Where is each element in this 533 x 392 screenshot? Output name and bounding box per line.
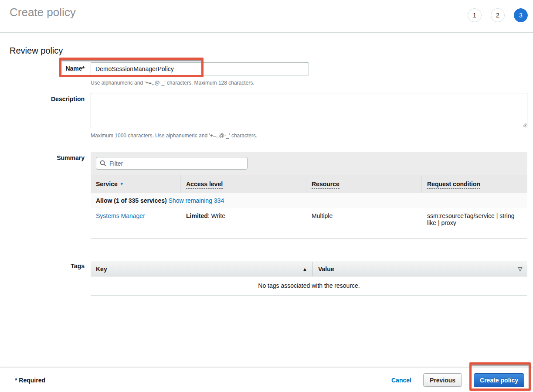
column-header-request-condition[interactable]: Request condition: [422, 175, 527, 193]
sort-descending-icon: ▽: [518, 266, 522, 272]
access-level-cell: Limited: Write: [181, 208, 306, 238]
service-column-label: Service: [96, 181, 118, 187]
tags-label: Tags: [0, 262, 91, 269]
request-condition-cell: ssm:resourceTag/service | string like | …: [422, 208, 527, 238]
resource-cell: Multiple: [306, 208, 422, 238]
service-link[interactable]: Systems Manager: [96, 212, 145, 219]
allow-group-label: Allow (1 of 335 services): [96, 197, 167, 204]
tags-table-header: Key ▲ Value ▽: [91, 262, 527, 276]
wizard-step-1[interactable]: 1: [468, 8, 482, 22]
wizard-step-3[interactable]: 3: [514, 8, 528, 22]
name-row: Name*: [0, 62, 533, 75]
summary-filter-input[interactable]: [96, 157, 248, 170]
page-header: Create policy 1 2 3: [0, 0, 533, 33]
summary-table-header: Service▼ Access level Resource Request c…: [91, 175, 527, 193]
summary-row: Summary Service▼ Access level Resource: [0, 152, 533, 239]
name-help-text: Use alphanumeric and '+=,.@-_' character…: [91, 80, 533, 86]
sort-ascending-icon: ▲: [302, 266, 307, 272]
page-footer: * Required Cancel Previous Create policy: [0, 368, 533, 392]
value-column-label: Value: [318, 266, 334, 273]
column-header-service[interactable]: Service▼: [91, 175, 181, 193]
request-condition-column-label: Request condition: [427, 181, 480, 189]
column-header-resource[interactable]: Resource: [306, 175, 422, 193]
review-policy-heading: Review policy: [10, 45, 533, 56]
description-textarea[interactable]: [91, 93, 527, 128]
column-header-key[interactable]: Key ▲: [91, 262, 313, 276]
description-label: Description: [0, 93, 91, 102]
summary-label: Summary: [0, 152, 91, 161]
access-level-suffix: : Write: [208, 212, 225, 219]
create-policy-button[interactable]: Create policy: [474, 373, 524, 387]
access-level-prefix: Limited: [186, 212, 208, 219]
description-row: Description: [0, 93, 533, 128]
column-header-value[interactable]: Value ▽: [313, 262, 527, 276]
allow-group-row: Allow (1 of 335 services) Show remaining…: [91, 193, 527, 208]
summary-table: Service▼ Access level Resource Request c…: [91, 152, 527, 239]
policy-name-input[interactable]: [91, 62, 309, 75]
search-icon: [100, 160, 106, 167]
key-column-label: Key: [96, 266, 107, 273]
summary-filter-bar: [91, 152, 527, 175]
access-level-column-label: Access level: [186, 181, 223, 189]
wizard-step-2[interactable]: 2: [491, 8, 505, 22]
sort-down-icon: ▼: [120, 182, 124, 186]
resource-column-label: Resource: [312, 181, 339, 189]
description-help-text: Maximum 1000 characters. Use alphanumeri…: [91, 133, 533, 139]
description-textarea-wrap: [91, 93, 527, 128]
tags-empty-message: No tags associated with the resource.: [91, 276, 527, 296]
column-header-access-level[interactable]: Access level: [181, 175, 306, 193]
show-remaining-link[interactable]: Show remaining 334: [169, 197, 224, 204]
footer-actions: Cancel Previous Create policy: [391, 373, 524, 387]
table-row: Systems Manager Limited: Write Multiple …: [91, 208, 527, 239]
tags-row: Tags Key ▲ Value ▽ No tags associated wi…: [0, 262, 533, 296]
page-title: Create policy: [10, 6, 76, 19]
previous-button[interactable]: Previous: [423, 373, 462, 387]
name-label: Name*: [0, 62, 91, 72]
tags-table: Key ▲ Value ▽ No tags associated with th…: [91, 262, 527, 296]
cancel-link[interactable]: Cancel: [391, 377, 411, 384]
required-note: * Required: [15, 377, 45, 384]
wizard-steps: 1 2 3: [468, 8, 528, 22]
